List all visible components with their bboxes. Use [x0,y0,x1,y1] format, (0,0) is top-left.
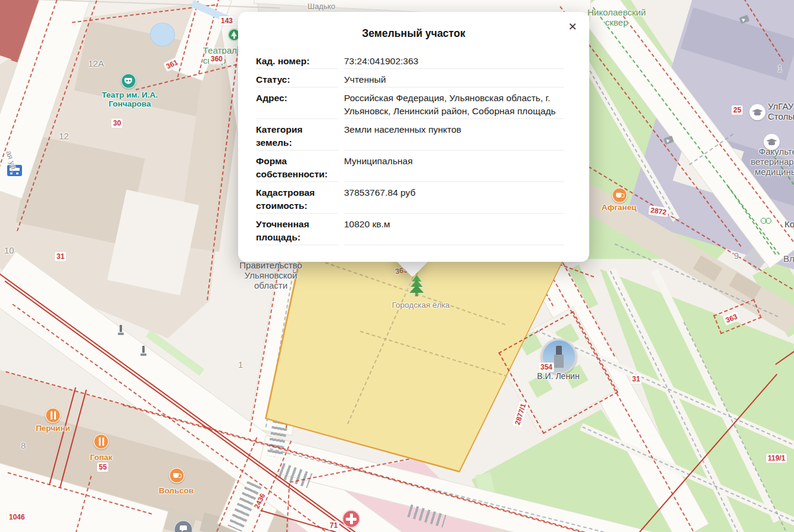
parcel-number-badge[interactable]: 31 [55,252,66,261]
hospital-icon[interactable] [342,510,360,528]
popup-field-label: Статус: [256,69,338,87]
parcel-number-badge[interactable]: 360 [209,54,224,64]
close-icon[interactable]: ✕ [565,20,580,34]
popup-field-value: 73:24:041902:363 [344,51,564,69]
parcel-number-badge[interactable]: 71 [328,521,339,530]
popup-field-value: Муниципальная [344,151,564,182]
popup-field-label: Категория земель: [256,119,338,151]
building-number: 1 [777,63,782,73]
popup-field-row: Кад. номер: 73:24:041902:363 [256,51,564,69]
area-label: Правительство Ульяновской области [239,260,302,290]
popup-field-row: Кадастровая стоимость: 37853767.84 руб [256,182,564,214]
building-number: 1 [238,359,243,370]
parcel-number-badge[interactable]: 30 [111,118,123,128]
building-number: 12 [59,131,69,141]
popup-field-value: Учтенный [344,69,564,87]
parcel-number-badge[interactable]: 354 [539,362,554,372]
popup-title: Земельный участок [238,27,589,40]
parcel-number-badge[interactable]: 31 [630,374,642,384]
pond [150,23,175,46]
perchini-poi-icon[interactable] [45,408,61,423]
parcel-number-badge[interactable]: 119/1 [766,453,787,463]
gopak-poi-label[interactable]: Гопак [90,453,112,462]
building-number: 8 [21,440,26,450]
popup-field-row: Адрес: Российская Федерация, Ульяновская… [256,87,564,119]
popup-fields: Кад. номер: 73:24:041902:363 Статус: Учт… [256,51,564,245]
area-label: Колледж [784,219,794,229]
afganec-poi-label[interactable]: Афганец [602,203,637,212]
volsov-poi-icon[interactable] [169,468,185,483]
popup-field-label: Кад. номер: [256,51,338,69]
building-number: 12А [88,58,104,68]
popup-field-value: 10820 кв.м [344,214,564,245]
perchini-poi-label[interactable]: Перчини [36,424,70,433]
parcel-number-badge[interactable]: 25 [732,105,743,115]
monument-icon [118,325,124,335]
area-label: Николаевский сквер [587,7,646,27]
theater-poi-label[interactable]: Театр им. И.А. Гончарова [102,90,158,108]
building-number: 10 [4,245,14,255]
volsov-poi-label[interactable]: Вольсов [159,486,194,495]
popup-field-value: 37853767.84 руб [344,182,564,214]
popup-field-value: Земли населенных пунктов [344,119,564,151]
popup-field-label: Уточненная площадь: [256,214,338,245]
parcel-number-badge[interactable]: 1046 [7,512,27,522]
monument-icon [140,346,146,356]
parcel-number-badge[interactable]: 2877/1 [512,400,529,428]
popup-field-label: Форма собственности: [256,151,338,182]
city-tree-label: Городская ёлка [392,301,449,309]
education-icon[interactable] [764,134,780,150]
popup-field-row: Форма собственности: Муниципальная [256,151,564,182]
afganec-poi-icon[interactable] [612,187,627,203]
popup-field-row: Статус: Учтенный [256,69,564,87]
tree-icon [409,285,424,293]
area-label: Владимирский [783,254,794,264]
theater-poi-icon[interactable] [121,73,136,89]
tree-trunk [415,293,418,296]
statue-pedestal [554,355,564,368]
area-label: Факультет ветеринарной медицины и [751,146,794,177]
map-canvas[interactable]: 363 Городская ёлка В.И. Ленин ✕ Земельны… [0,0,794,532]
parcel-number-badge[interactable]: 143 [219,16,235,26]
popup-field-label: Кадастровая стоимость: [256,182,338,214]
education-icon[interactable] [749,104,765,120]
bicycle-icon [761,217,771,223]
popup-field-value: Российская Федерация, Ульяновская област… [344,87,564,119]
gopak-poi-icon[interactable] [93,434,109,449]
area-label: Шадько [308,1,336,11]
statue-silhouette [556,346,562,355]
parcel-number-badge[interactable]: 55 [97,462,108,472]
building-number: 9 [734,251,739,261]
popup-field-label: Адрес: [256,87,338,119]
area-label: УлГАУ Столыпина [768,101,794,121]
popup-field-row: Уточненная площадь: 10820 кв.м [256,214,564,245]
lenin-monument-label: В.И. Ленин [537,371,579,381]
parcel-info-popup: ✕ Земельный участок Кад. номер: 73:24:04… [238,12,589,262]
popup-field-row: Категория земель: Земли населенных пункт… [256,119,564,151]
